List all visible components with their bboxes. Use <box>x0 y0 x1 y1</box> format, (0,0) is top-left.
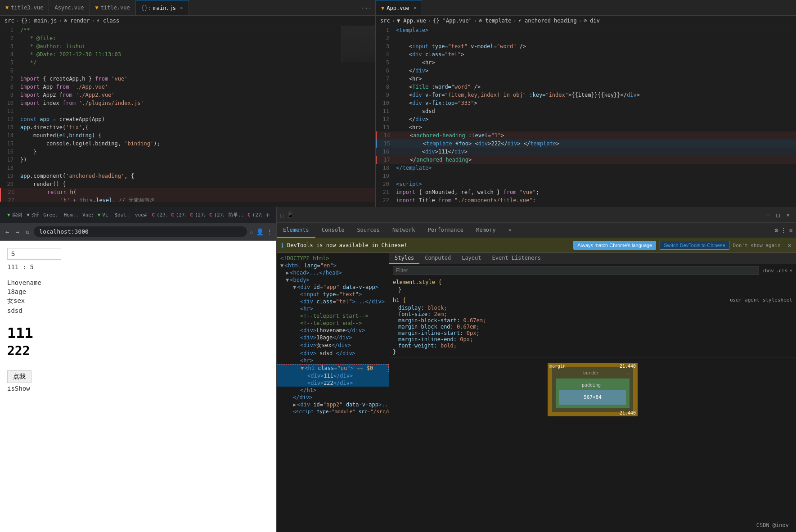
tab-title3vue[interactable]: ▼ title3.vue <box>0 0 49 15</box>
devtools-device-icon[interactable]: 📱 <box>287 212 294 218</box>
reload-button[interactable]: ↻ <box>24 226 31 237</box>
dom-line-div-age[interactable]: <div>18age</div> <box>277 334 389 341</box>
dom-line-hr2[interactable]: <hr> <box>277 357 389 364</box>
tab-asyncvue[interactable]: Async.vue <box>49 0 90 15</box>
browser-tab-实例[interactable]: ▼ 实例 × <box>4 209 22 221</box>
dom-line-div-222[interactable]: <div>222</div> <box>277 379 389 387</box>
dom-line-teleport2[interactable]: <!--teleport end--> <box>277 320 389 327</box>
preview-button[interactable]: 点我 <box>7 370 31 383</box>
styles-rule-display: display: block; <box>393 305 792 311</box>
tab-overflow[interactable]: ··· <box>358 5 375 11</box>
dom-line-html[interactable]: ▼<html lang="en"> <box>277 262 389 269</box>
devtools-tab-memory[interactable]: Memory <box>470 223 502 238</box>
devtools-content: <!DOCTYPE html> ▼<html lang="en"> ▶<head… <box>277 253 796 532</box>
menu-icon[interactable]: ⋮ <box>266 228 273 235</box>
devtools-tab-console[interactable]: Console <box>315 223 351 238</box>
devtools-tab-network[interactable]: Network <box>386 223 422 238</box>
dom-line-h1-close[interactable]: </h1> <box>277 387 389 394</box>
tab-label: (27条 <box>157 212 166 218</box>
browser-tab-gree[interactable]: Gree... <box>40 209 59 221</box>
bookmark-icon[interactable]: ☆ <box>250 228 253 235</box>
tab-styles[interactable]: Styles <box>389 253 419 264</box>
devtools-inspect-icon[interactable]: ⬚ <box>280 212 284 218</box>
dom-line-head[interactable]: ▶<head>...</head> <box>277 269 389 276</box>
browser-tab-vue3[interactable]: Vue3 <box>79 209 93 221</box>
styles-filter-bar: :hov .cls + <box>389 264 796 277</box>
code-line: 8import App from './App.vue' <box>0 83 375 91</box>
styles-subtabs: Styles Computed Layout Event Listeners <box>389 253 796 264</box>
dom-line-hr1[interactable]: <hr> <box>277 305 389 312</box>
dom-line-script[interactable]: <script type="module" src="/src/main.js?… <box>277 408 389 415</box>
right-code-scroll[interactable]: 1<template> 2 3 <input type="text" v-mod… <box>376 26 796 202</box>
content-box: 567×84 <box>559 390 626 405</box>
dom-line-div-app-close[interactable]: </div> <box>277 394 389 401</box>
tab-layout[interactable]: Layout <box>456 253 486 264</box>
devtools-close-icon[interactable]: × <box>783 212 792 218</box>
devtools-tab-sources[interactable]: Sources <box>351 223 386 238</box>
tab-close-icon[interactable]: × <box>180 5 183 11</box>
margin-bottom-val: 21.440 <box>620 410 636 415</box>
devtools-tab-elements[interactable]: Elements <box>277 223 315 238</box>
tab-computed[interactable]: Computed <box>419 253 456 264</box>
tab-close-icon[interactable]: × <box>414 5 417 11</box>
dom-line-div-app[interactable]: ▼<div id="app" data-v-app> <box>277 284 389 291</box>
dom-line-div-app2[interactable]: ▶<div id="app2" data-v-app>...</div> <box>277 401 389 408</box>
tab-appvue[interactable]: ▼ App.vue × <box>376 0 422 15</box>
notify-close-icon[interactable]: × <box>788 242 792 249</box>
tab-event-listeners[interactable]: Event Listeners <box>487 253 546 264</box>
devtools-tab-more[interactable]: » <box>502 223 517 238</box>
dom-line-div-sdsd[interactable]: <div> sdsd </div> <box>277 350 389 357</box>
styles-empty: } <box>393 287 792 293</box>
browser-tab-vi[interactable]: ▼ Vi × <box>94 209 110 221</box>
tab-label: App.vue <box>387 5 409 11</box>
devtools-options-icon[interactable]: ⋮ <box>781 227 787 234</box>
tab-mainjs[interactable]: {}: main.js × <box>136 0 189 15</box>
forward-button[interactable]: → <box>13 226 21 237</box>
browser-tab-c1[interactable]: C (27条 <box>148 209 166 221</box>
new-tab-button[interactable]: + <box>263 211 273 219</box>
browser-tab-c2[interactable]: C (27条 <box>167 209 185 221</box>
notify-switch-btn[interactable]: Switch DevTools to Chinese <box>660 241 729 250</box>
dom-line-h1-selected[interactable]: ▼<h1 class="uu"> == $0 <box>277 364 389 372</box>
code-line: 13 <hr> <box>376 123 796 131</box>
devtools-maximize-icon[interactable]: □ <box>774 212 783 218</box>
tab-titlevue[interactable]: ▼ title.vue <box>90 0 136 15</box>
notify-match-btn[interactable]: Always match Chrome's language <box>573 241 656 250</box>
code-line: 19 <box>376 172 796 180</box>
account-icon[interactable]: 👤 <box>256 228 264 235</box>
dom-line-div-lho[interactable]: <div>Lhovename</div> <box>277 327 389 334</box>
dom-line-div-sex[interactable]: <div>女sex</div> <box>277 341 389 350</box>
devtools-header-icons: ⬚ 📱 <box>280 212 294 218</box>
dom-line-body[interactable]: ▼<body> <box>277 276 389 284</box>
browser-tab-c3[interactable]: C (27条 <box>186 209 204 221</box>
notify-dismiss[interactable]: Don't show again <box>733 243 781 248</box>
devtools-settings-icon[interactable]: ⚙ <box>775 227 778 234</box>
preview-input[interactable] <box>7 248 61 260</box>
devtools-dock-icon[interactable]: ⊞ <box>789 227 792 233</box>
browser-tab-simple[interactable]: 简单... <box>225 209 243 221</box>
styles-element-style: element.style { } <box>389 277 796 295</box>
bc-anchored: ⚡ anchored-heading <box>518 18 577 24</box>
dom-line-div-tel[interactable]: <div class="tel">...</div> <box>277 298 389 305</box>
left-code-scroll[interactable]: 1/** 2 * @file: 3 * @author: liuhui 4 * … <box>0 26 375 202</box>
browser-tab-c5[interactable]: C (27条 <box>244 209 262 221</box>
code-line: 3 <input type="text" v-model="word" /> <box>376 42 796 50</box>
devtools-header: ⬚ 📱 ─ □ × <box>277 207 796 223</box>
code-line: 8 <Title :word="word" /> <box>376 83 796 91</box>
dom-line-input[interactable]: <input type="text"> <box>277 291 389 298</box>
browser-tab-介绍[interactable]: ▼ 介绍 <box>23 209 39 221</box>
devtools-minimize-icon[interactable]: ─ <box>764 212 773 218</box>
dom-line-teleport1[interactable]: <!--teleport start--> <box>277 312 389 320</box>
dom-line-doctype[interactable]: <!DOCTYPE html> <box>277 255 389 262</box>
add-rule-icon[interactable]: + <box>789 268 792 274</box>
browser-devtools-area: ▼ 实例 × ▼ 介绍 Gree... Hom... Vue3 ▼ Vi × <box>0 207 796 532</box>
devtools-tab-performance[interactable]: Performance <box>422 223 470 238</box>
dom-line-div-111[interactable]: <div>111</div> <box>277 372 389 379</box>
browser-tab-hom[interactable]: Hom... <box>60 209 78 221</box>
back-button[interactable]: ← <box>4 226 11 237</box>
address-bar[interactable]: localhost:3000 <box>34 226 247 237</box>
styles-filter-input[interactable] <box>393 266 759 275</box>
browser-tab-c4[interactable]: C (27条 <box>206 209 224 221</box>
browser-tab-vue[interactable]: vue#: <box>131 209 148 221</box>
browser-tab-dat[interactable]: $dat... <box>111 209 130 221</box>
